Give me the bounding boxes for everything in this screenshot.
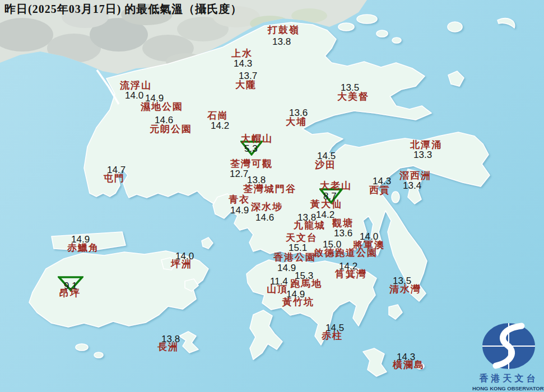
station-name: 青衣 <box>229 195 250 204</box>
islet <box>76 344 88 351</box>
station-value: 13.6 <box>334 228 352 238</box>
tung-lung-island <box>389 305 402 319</box>
station-name: 啟德跑道公園 <box>314 248 378 258</box>
station-name: 赤柱 <box>322 331 343 340</box>
station-name: 西貢 <box>369 185 390 195</box>
min-temp-map: 昨日(2025年03月17日) 的最低氣溫（攝氏度） 13.8打鼓嶺14.3上水… <box>0 0 544 392</box>
ping-chau-island <box>497 18 515 28</box>
station-name: 大隴 <box>235 80 257 90</box>
station-name: 九龍城 <box>294 221 326 230</box>
station-name: 大帽山 <box>241 134 273 143</box>
islet <box>392 38 401 43</box>
station-name: 荃灣可觀 <box>230 159 273 169</box>
islet <box>376 30 388 37</box>
station-value: 14.6 <box>255 213 274 222</box>
hko-logo: 香港天文台 HONG KONG OBSERVATORY <box>472 320 544 391</box>
station-name: 大老山 <box>320 181 352 190</box>
station-name: 橫瀾島 <box>393 360 425 370</box>
tap-mun-island <box>448 71 464 86</box>
station-name: 赤鱲角 <box>67 243 99 253</box>
station-name: 荃灣城門谷 <box>243 184 296 194</box>
station-name: 大埔 <box>286 117 307 127</box>
po-toi-island <box>363 348 387 376</box>
station-name: 天文台 <box>286 233 318 242</box>
page-title: 昨日(2025年03月17日) 的最低氣溫（攝氏度） <box>4 2 242 17</box>
station-value: 5.3 <box>244 144 258 153</box>
cheung-chau-island <box>179 332 198 353</box>
hko-logo-name-en: HONG KONG OBSERVATORY <box>472 385 544 391</box>
station-name: 山頂 <box>267 284 288 294</box>
station-value: 12.7 <box>230 169 248 179</box>
islet <box>357 15 377 24</box>
station-name: 黃竹坑 <box>282 297 314 307</box>
station-value: 14.3 <box>234 59 252 68</box>
station-name: 北潭涌 <box>410 140 442 150</box>
station-value: 13.4 <box>403 181 421 190</box>
station-value: 14.9 <box>277 263 296 273</box>
lamma-island <box>250 310 282 360</box>
station-name: 大美督 <box>337 92 369 101</box>
station-value: 14.0 <box>125 91 143 100</box>
station-name: 跑馬地 <box>290 279 322 288</box>
station-name: 滘西洲 <box>399 171 431 180</box>
grass-island <box>448 22 462 32</box>
station-value: 13.3 <box>413 150 432 160</box>
hko-logo-name-zh: 香港天文台 <box>472 373 544 385</box>
islet <box>338 23 354 31</box>
station-value: 15.1 <box>289 243 307 253</box>
station-name: 黃大仙 <box>310 199 342 209</box>
station-name: 香港公園 <box>273 253 316 262</box>
station-value: 14.2 <box>211 121 229 130</box>
station-name: 濕地公園 <box>141 102 183 111</box>
hong-kong-basemap <box>0 0 544 392</box>
station-name: 昂坪 <box>59 288 81 298</box>
station-name: 元朗公園 <box>150 124 192 134</box>
station-name: 屯門 <box>104 174 125 183</box>
station-name: 上水 <box>231 49 253 58</box>
station-name: 筲箕灣 <box>335 269 367 279</box>
station-name: 坪洲 <box>171 259 192 269</box>
islet <box>94 352 103 358</box>
station-name: 長洲 <box>157 342 179 352</box>
ma-wan-island <box>202 237 213 249</box>
sharp-island <box>392 192 399 203</box>
station-name: 石崗 <box>207 111 229 120</box>
station-value: 13.8 <box>272 37 291 46</box>
station-name: 深水埗 <box>251 202 283 212</box>
station-name: 清水灣 <box>389 284 421 294</box>
station-value: 14.9 <box>230 206 249 215</box>
station-name: 沙田 <box>315 160 336 170</box>
station-name: 打鼓嶺 <box>268 25 300 35</box>
hko-logo-mark <box>472 320 544 372</box>
station-name: 流浮山 <box>120 81 152 90</box>
station-name: 觀塘 <box>332 218 354 228</box>
